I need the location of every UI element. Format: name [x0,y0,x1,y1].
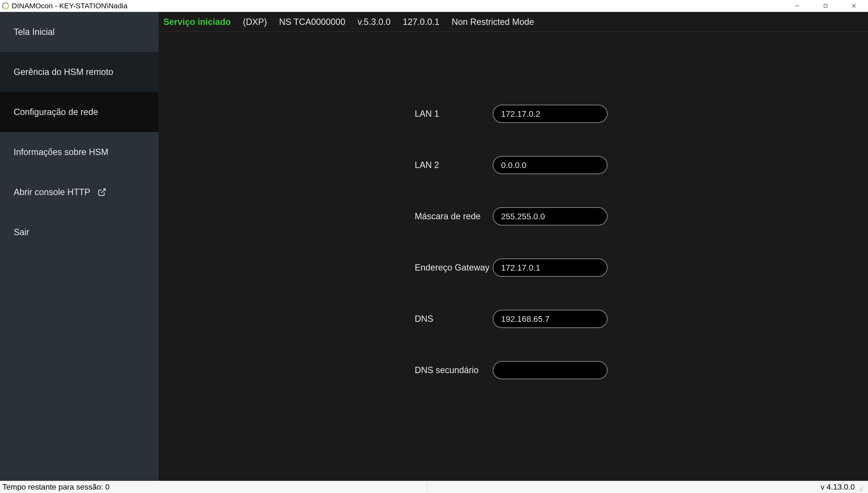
sidebar-item-label: Tela Inicial [14,27,55,37]
minimize-button[interactable] [783,0,812,12]
sidebar-item-label: Sair [14,227,29,237]
svg-point-8 [860,490,861,491]
dns2-label: DNS secundário [415,365,493,375]
svg-point-7 [862,490,862,491]
svg-point-1 [2,2,9,9]
svg-point-10 [859,490,860,491]
titlebar: DINAMOcon - KEY-STATION\Nadia [0,0,868,12]
app-icon [2,2,9,9]
session-time-label: Tempo restante para sessão: [2,483,103,492]
lan2-input[interactable] [493,156,608,174]
sidebar: Tela Inicial Gerência do HSM remoto Conf… [0,12,159,481]
footer: Tempo restante para sessão: 0 v 4.13.0.0 [0,481,868,493]
sidebar-item-label: Gerência do HSM remoto [14,67,113,77]
sidebar-item-label: Informações sobre HSM [14,147,108,157]
svg-point-12 [862,487,862,488]
sidebar-item-label: Abrir console HTTP [14,187,90,197]
netmask-label: Máscara de rede [415,211,493,221]
netmask-input[interactable] [493,207,608,226]
status-model: (DXP) [243,17,267,27]
status-version: v.5.3.0.0 [358,17,391,27]
sidebar-item-home[interactable]: Tela Inicial [0,12,159,52]
status-mode: Non Restricted Mode [452,17,534,27]
external-link-icon [97,188,106,197]
resize-grip-icon[interactable] [857,484,863,490]
svg-line-6 [101,189,106,193]
maximize-button[interactable] [812,0,840,12]
status-bar: Serviço iniciado (DXP) NS TCA0000000 v.5… [159,12,868,32]
status-ip: 127.0.0.1 [403,17,439,27]
lan1-input[interactable] [493,105,608,123]
dns2-input[interactable] [493,361,608,379]
sidebar-item-http-console[interactable]: Abrir console HTTP [0,172,159,212]
app-version: v 4.13.0.0 [820,483,855,492]
network-config-form: LAN 1 LAN 2 Máscara de rede Endereço Gat… [159,32,868,481]
window-title: DINAMOcon - KEY-STATION\Nadia [12,2,128,10]
svg-rect-3 [824,4,827,7]
session-time-value: 0 [106,483,110,492]
sidebar-item-label: Configuração de rede [14,107,98,117]
lan2-label: LAN 2 [415,160,493,170]
status-serial: NS TCA0000000 [279,17,345,27]
lan1-label: LAN 1 [415,109,493,119]
sidebar-item-hsm-info[interactable]: Informações sobre HSM [0,132,159,172]
gateway-input[interactable] [493,259,608,277]
dns-input[interactable] [493,310,608,328]
sidebar-item-remote-hsm[interactable]: Gerência do HSM remoto [0,52,159,92]
close-button[interactable] [840,0,868,12]
status-service-state: Serviço iniciado [163,17,231,27]
svg-point-11 [860,488,861,489]
gateway-label: Endereço Gateway [415,262,493,273]
sidebar-item-network-config[interactable]: Configuração de rede [0,92,159,132]
sidebar-item-exit[interactable]: Sair [0,212,159,252]
dns-label: DNS [415,314,493,324]
svg-point-9 [862,488,862,489]
